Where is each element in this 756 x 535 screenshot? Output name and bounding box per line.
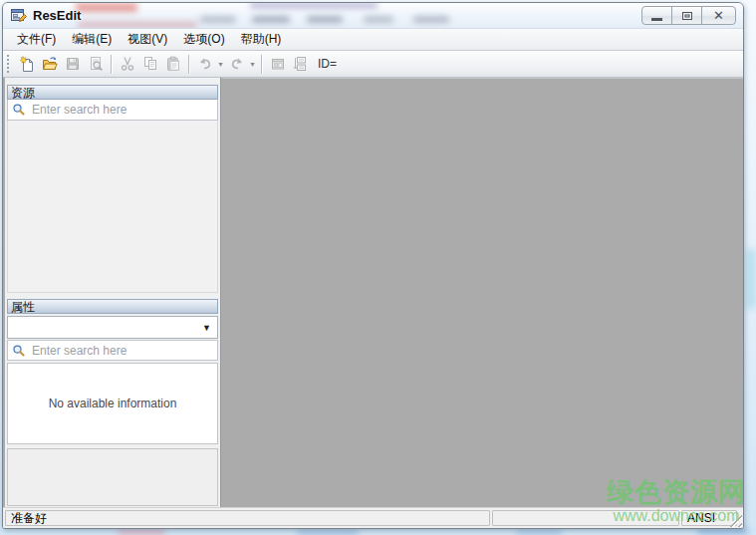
window-controls: ✕ [642, 6, 736, 25]
desktop: { "window": { "title": "ResEdit", "contr… [0, 0, 756, 535]
glass-reflection [307, 16, 343, 23]
background-blur [697, 528, 749, 535]
search-icon [12, 344, 26, 358]
properties-search [7, 340, 218, 361]
status-ready-pane: 准备好 [5, 510, 490, 526]
toolbar-separator [188, 55, 189, 74]
properties-combobox[interactable]: ▼ [7, 316, 218, 339]
dialog-grid-button[interactable] [266, 53, 289, 75]
toolbar-separator [261, 55, 262, 74]
content-area: 资源 属性 ▼ [3, 78, 743, 507]
status-ready-text: 准备好 [11, 510, 47, 527]
open-button[interactable] [38, 53, 61, 75]
maximize-button[interactable] [671, 6, 702, 25]
undo-icon [197, 56, 213, 72]
statusbar: 准备好 ANSI [3, 507, 743, 528]
id-list-button[interactable] [289, 53, 312, 75]
open-folder-icon [42, 56, 58, 72]
left-panel: 资源 属性 ▼ [5, 78, 221, 507]
paste-icon [165, 56, 181, 72]
menubar: 文件(F) 编辑(E) 视图(V) 选项(O) 帮助(H) [3, 29, 743, 51]
id-list-icon [293, 56, 309, 72]
resedit-window: ResEdit ✕ 文件(F) 编辑(E) 视图(V) 选项(O) 帮助(H) [2, 2, 744, 529]
glass-reflection [76, 3, 137, 12]
properties-info-box: No available information [7, 363, 218, 444]
resources-header-label: 资源 [11, 86, 35, 100]
titlebar[interactable]: ResEdit ✕ [3, 3, 743, 29]
search-icon [12, 103, 26, 117]
background-blur [516, 529, 562, 535]
maximize-icon [682, 12, 692, 20]
menu-view[interactable]: 视图(V) [120, 28, 175, 51]
glass-reflection [200, 16, 236, 23]
window-title: ResEdit [33, 8, 81, 23]
properties-header-label: 属性 [11, 300, 35, 314]
id-label: ID= [318, 57, 337, 71]
paste-button[interactable] [161, 53, 184, 75]
copy-button[interactable] [138, 53, 161, 75]
redo-icon [229, 56, 245, 72]
properties-extra-box [7, 448, 218, 506]
no-information-message: No available information [49, 397, 177, 410]
background-blur [746, 249, 756, 309]
chevron-down-icon: ▼ [202, 323, 211, 333]
new-button[interactable] [15, 53, 38, 75]
properties-panel-header: 属性 [7, 299, 218, 314]
toolbar-grip[interactable] [7, 55, 11, 73]
menu-edit[interactable]: 编辑(E) [64, 28, 120, 51]
resources-tree[interactable] [7, 121, 218, 293]
background-blur [297, 529, 359, 535]
resources-search-input[interactable] [26, 103, 217, 117]
status-middle-pane [492, 510, 679, 526]
print-preview-icon [88, 56, 104, 72]
app-icon [11, 8, 27, 24]
toolbar: ▾ ▾ I [3, 51, 743, 78]
save-icon [65, 56, 81, 72]
cut-button[interactable] [116, 53, 138, 75]
glass-reflection [250, 3, 378, 8]
save-button[interactable] [61, 53, 84, 75]
undo-dropdown-arrow[interactable]: ▾ [216, 53, 225, 75]
menu-file[interactable]: 文件(F) [9, 28, 64, 51]
glass-reflection [364, 16, 393, 23]
new-document-icon [19, 56, 35, 72]
undo-button[interactable] [193, 53, 216, 75]
glass-reflection [252, 16, 290, 23]
close-button[interactable]: ✕ [701, 6, 736, 25]
print-preview-button[interactable] [84, 53, 107, 75]
dialog-grid-icon [270, 56, 286, 72]
glass-reflection [413, 16, 449, 23]
redo-button[interactable] [225, 53, 248, 75]
redo-dropdown-arrow[interactable]: ▾ [248, 53, 257, 75]
status-encoding-pane: ANSI [681, 510, 737, 526]
status-encoding-text: ANSI [687, 511, 715, 525]
menu-options[interactable]: 选项(O) [175, 28, 232, 51]
close-icon: ✕ [713, 9, 724, 22]
background-blur [118, 529, 165, 535]
menu-help[interactable]: 帮助(H) [233, 28, 290, 51]
resources-search [7, 100, 218, 121]
mdi-workspace [222, 78, 743, 507]
minimize-icon [651, 18, 662, 21]
cut-icon [120, 56, 135, 72]
resources-panel-header: 资源 [7, 85, 218, 100]
copy-icon [142, 56, 158, 72]
toolbar-separator [111, 55, 112, 74]
minimize-button[interactable] [641, 6, 672, 25]
properties-search-input[interactable] [26, 344, 217, 358]
